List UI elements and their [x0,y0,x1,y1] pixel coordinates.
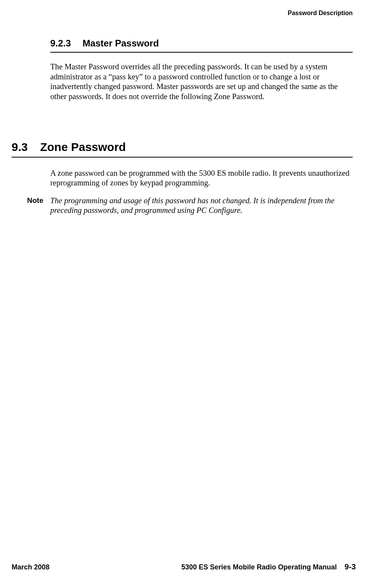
subsection-heading-923: 9.2.3Master Password [50,38,356,49]
paragraph-93: A zone password can be programmed with t… [50,168,353,188]
running-title: Password Description [288,10,353,16]
footer-date: March 2008 [12,563,49,571]
subsection-title: Master Password [82,38,159,48]
page-content: 9.2.3Master Password The Master Password… [12,38,356,562]
paragraph-923: The Master Password overrides all the pr… [50,62,353,102]
note-text: The programming and usage of this passwo… [50,196,353,216]
footer-manual-title: 5300 ES Series Mobile Radio Operating Ma… [181,563,337,571]
section-title: Zone Password [40,141,126,153]
subsection-number: 9.2.3 [50,38,71,49]
footer-right: 5300 ES Series Mobile Radio Operating Ma… [181,562,356,571]
section-heading-93: 9.3Zone Password [12,141,353,154]
section-rule [12,157,353,158]
note-label: Note [27,196,50,205]
subsection-rule [50,52,353,53]
note-block: Note The programming and usage of this p… [27,196,353,216]
running-header: Password Description [12,10,356,17]
page-footer: March 2008 5300 ES Series Mobile Radio O… [12,562,356,573]
footer-page-number: 9-3 [345,562,356,571]
section-number: 9.3 [12,141,28,154]
